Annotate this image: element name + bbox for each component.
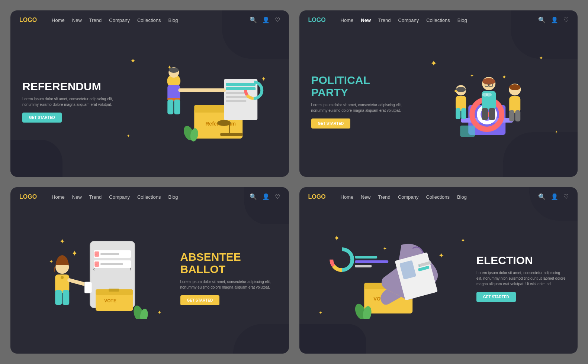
nav-collections-3[interactable]: Collections: [137, 194, 161, 200]
svg-point-73: [61, 276, 64, 279]
nav-home-2[interactable]: Home: [341, 17, 354, 23]
heart-icon[interactable]: ♡: [275, 16, 280, 23]
user-icon[interactable]: 👤: [262, 16, 270, 23]
star-5: ✦: [430, 59, 437, 68]
nav-links-election: Home New Trend Company Collections Blog: [341, 194, 467, 200]
nav-icons-4: 🔍 👤 ♡: [538, 193, 569, 200]
star-4: ✦: [261, 75, 266, 82]
svg-text:✦: ✦: [49, 259, 54, 264]
svg-text:✦: ✦: [383, 246, 387, 251]
logo-election: LOGO: [308, 194, 326, 200]
star-11: ✦: [461, 237, 465, 243]
nav-home-1[interactable]: Home: [52, 17, 65, 23]
body-election: Lorem ipsum dolor sit amet, consectetur …: [476, 270, 566, 287]
svg-rect-87: [355, 265, 372, 267]
nav-collections-4[interactable]: Collections: [426, 194, 450, 200]
nav-referendum: LOGO Home New Trend Company Collections …: [10, 10, 289, 29]
illus-election: ✦ ✦ ✦ VOTE: [311, 230, 469, 326]
user-icon-2[interactable]: 👤: [551, 16, 558, 23]
svg-rect-69: [109, 289, 119, 292]
nav-icons-2: 🔍 👤 ♡: [538, 16, 569, 23]
svg-rect-38: [461, 108, 466, 119]
body-political: Lorem ipsum dolor sit amet, consectetur …: [311, 102, 408, 113]
nav-new-4[interactable]: New: [361, 194, 370, 200]
cta-political[interactable]: GET STARTED: [311, 118, 351, 129]
search-icon-3[interactable]: 🔍: [250, 193, 257, 200]
nav-blog-1[interactable]: Blog: [168, 17, 178, 23]
nav-blog-4[interactable]: Blog: [457, 194, 467, 200]
svg-rect-8: [226, 87, 256, 90]
svg-election: VOTE ✓ ✦ ✦: [311, 237, 469, 319]
logo-political: LOGO: [308, 17, 326, 23]
svg-rect-48: [489, 108, 495, 120]
svg-point-34: [456, 87, 466, 92]
text-election: ELECTION Lorem ipsum dolor sit amet, con…: [476, 254, 566, 302]
cta-absentee[interactable]: GET STARTED: [180, 295, 220, 305]
star-1: ✦: [130, 57, 136, 65]
body-absentee: Lorem ipsum dolor sit amet, consectetur …: [180, 279, 277, 290]
nav-new-3[interactable]: New: [72, 194, 82, 200]
search-icon[interactable]: 🔍: [250, 16, 257, 23]
star-9: ✦: [157, 309, 162, 315]
svg-rect-7: [226, 83, 256, 86]
svg-text:VOTE: VOTE: [104, 298, 116, 303]
svg-rect-3: [220, 133, 242, 136]
title-absentee: ABSENTEE BALLOT: [180, 251, 277, 275]
nav-company-4[interactable]: Company: [398, 194, 419, 200]
card-political-party: LOGO Home New Trend Company Collections …: [299, 10, 578, 177]
svg-text:✓: ✓: [226, 82, 229, 87]
body-referendum: Lorem ipsum dolor sit amet, consectetur …: [22, 96, 119, 107]
nav-blog-3[interactable]: Blog: [168, 194, 178, 200]
search-icon-4[interactable]: 🔍: [538, 193, 546, 200]
nav-collections-2[interactable]: Collections: [426, 17, 450, 23]
nav-home-4[interactable]: Home: [341, 194, 354, 200]
text-referendum: REFERENDUM Lorem ipsum dolor sit amet, c…: [22, 80, 119, 123]
cta-election[interactable]: GET STARTED: [476, 292, 516, 302]
svg-point-46: [486, 93, 492, 97]
search-icon-2[interactable]: 🔍: [538, 16, 546, 23]
star-3: ✦: [126, 133, 130, 139]
nav-company-1[interactable]: Company: [109, 17, 130, 23]
svg-rect-75: [62, 290, 69, 305]
nav-trend-4[interactable]: Trend: [378, 194, 390, 200]
illus-referendum: ✦ ✦ ✦ ✦ Referendum ✓: [119, 53, 277, 150]
svg-rect-53: [515, 110, 520, 121]
heart-icon-4[interactable]: ♡: [563, 193, 569, 200]
star-2: ✦: [167, 64, 172, 70]
nav-trend-1[interactable]: Trend: [89, 17, 102, 23]
user-icon-3[interactable]: 👤: [262, 193, 270, 200]
nav-blog-2[interactable]: Blog: [457, 17, 467, 23]
nav-new-1[interactable]: New: [72, 17, 82, 23]
card-election: LOGO Home New Trend Company Collections …: [299, 187, 578, 354]
svg-point-50: [509, 84, 520, 90]
svg-text:✓: ✓: [95, 262, 98, 266]
illus-absentee: ✦ ✦ ‹ › ✓ ✓: [22, 230, 173, 326]
nav-company-2[interactable]: Company: [398, 17, 419, 23]
svg-text:✓: ✓: [226, 87, 229, 91]
star-10: ✦: [334, 234, 340, 243]
nav-trend-2[interactable]: Trend: [378, 17, 391, 23]
title-referendum: REFERENDUM: [22, 80, 119, 92]
svg-rect-64: [100, 263, 123, 265]
svg-rect-77: [84, 282, 92, 293]
svg-rect-22: [167, 100, 173, 114]
svg-point-35: [454, 90, 457, 92]
nav-icons-1: 🔍 👤 ♡: [250, 16, 280, 23]
nav-company-3[interactable]: Company: [109, 194, 130, 200]
title-political: POLITICAL PARTY: [311, 74, 408, 98]
text-political: POLITICAL PARTY Lorem ipsum dolor sit am…: [311, 74, 408, 129]
nav-collections-1[interactable]: Collections: [137, 17, 161, 23]
svg-text:✦: ✦: [438, 252, 444, 259]
nav-trend-3[interactable]: Trend: [89, 194, 102, 200]
heart-icon-3[interactable]: ♡: [275, 193, 280, 200]
svg-rect-61: [100, 253, 119, 255]
heart-icon-2[interactable]: ♡: [563, 16, 569, 23]
svg-rect-52: [509, 110, 514, 121]
nav-home-3[interactable]: Home: [52, 194, 65, 200]
svg-referendum: Referendum ✓ ✓: [119, 61, 277, 142]
cta-referendum[interactable]: GET STARTED: [22, 113, 62, 123]
star-12: ✦: [319, 310, 322, 315]
svg-text:✦: ✦: [71, 249, 78, 257]
user-icon-4[interactable]: 👤: [551, 193, 558, 200]
nav-new-2[interactable]: New: [361, 17, 371, 23]
